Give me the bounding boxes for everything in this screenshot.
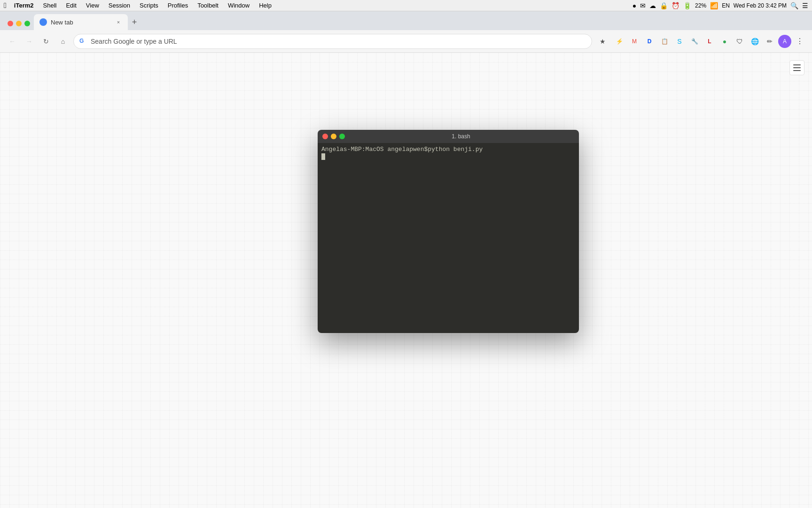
- reload-button[interactable]: ↻: [39, 35, 53, 48]
- language-icon[interactable]: EN: [722, 2, 730, 9]
- terminal-title: 1. bash: [348, 133, 574, 140]
- menubar-scripts[interactable]: Scripts: [136, 1, 162, 10]
- bookmark-button[interactable]: ★: [596, 35, 609, 48]
- profile-button[interactable]: A: [778, 35, 791, 48]
- extension-icon-6[interactable]: ✏: [763, 35, 776, 48]
- wifi-icon[interactable]: 📶: [710, 2, 718, 9]
- menubar-view[interactable]: View: [82, 1, 103, 10]
- menubar-session[interactable]: Session: [105, 1, 134, 10]
- back-button[interactable]: ←: [6, 35, 19, 48]
- google-icon: G: [79, 38, 87, 45]
- menubar-app-name[interactable]: iTerm2: [10, 1, 38, 10]
- extension-icon-1[interactable]: 📋: [658, 35, 671, 48]
- google-favicon-icon: [40, 19, 46, 25]
- extension-icon-4[interactable]: 🛡: [733, 35, 746, 48]
- control-center-icon[interactable]: ☰: [802, 2, 808, 9]
- extension-icon-3[interactable]: ●: [718, 35, 731, 48]
- toolbar-extensions: ⚡ M D 📋 S 🔧 L ● 🛡 🌐 ✏ A ⋮: [613, 35, 806, 48]
- dashlane-icon[interactable]: D: [643, 35, 656, 48]
- tab-favicon: [39, 18, 47, 26]
- terminal-command: python benji.py: [428, 146, 483, 153]
- terminal-titlebar: 1. bash: [318, 130, 579, 143]
- apple-menu[interactable]: : [4, 1, 7, 10]
- menubar-right: ● ✉ ☁ 🔒 ⏰ 🔋 22% 📶 EN Wed Feb 20 3:42 PM …: [632, 2, 808, 9]
- window-close-button[interactable]: [8, 21, 13, 26]
- menubar-shell[interactable]: Shell: [39, 1, 61, 10]
- terminal-cursor: [321, 153, 325, 160]
- terminal-window[interactable]: 1. bash Angelas-MBP:MacOS angelapwen$ py…: [318, 130, 579, 333]
- chrome-menu-button[interactable]: ⋮: [793, 35, 806, 48]
- menubar-help[interactable]: Help: [255, 1, 275, 10]
- amp-icon[interactable]: ⚡: [613, 35, 626, 48]
- clock-icon[interactable]: ⏰: [671, 2, 679, 9]
- hamburger-line-2: [793, 67, 801, 68]
- window-maximize-button[interactable]: [24, 21, 30, 26]
- address-input[interactable]: G Search Google or type a URL: [73, 34, 592, 49]
- tab-label: New tab: [51, 19, 111, 26]
- terminal-maximize-button[interactable]: [339, 134, 345, 139]
- terminal-prompt-line: Angelas-MBP:MacOS angelapwen$ python ben…: [321, 146, 575, 153]
- cloudup-icon[interactable]: ☁: [649, 2, 656, 9]
- vpn-icon[interactable]: 🔒: [660, 2, 668, 9]
- menubar-toolbelt[interactable]: Toolbelt: [194, 1, 222, 10]
- chrome-window: New tab × + ← → ↻ ⌂ G Search Google or t…: [0, 11, 812, 508]
- svg-point-0: [40, 19, 46, 25]
- hamburger-line-1: [793, 64, 801, 65]
- wechat-icon[interactable]: ✉: [640, 2, 646, 9]
- terminal-host: Angelas-MBP:MacOS angelapwen$: [321, 146, 428, 153]
- gmail-icon[interactable]: M: [628, 35, 641, 48]
- menubar:  iTerm2 Shell Edit View Session Scripts…: [0, 0, 812, 11]
- search-icon[interactable]: 🔍: [790, 2, 798, 9]
- siri-icon[interactable]: ●: [632, 2, 636, 9]
- address-bar: ← → ↻ ⌂ G Search Google or type a URL ★ …: [0, 30, 812, 53]
- new-tab-button[interactable]: +: [128, 16, 141, 29]
- hamburger-line-3: [793, 70, 801, 71]
- settings-menu-button[interactable]: [789, 60, 804, 75]
- address-text: Search Google or type a URL: [91, 38, 177, 45]
- browser-tab[interactable]: New tab ×: [34, 14, 128, 30]
- window-minimize-button[interactable]: [16, 21, 22, 26]
- menubar-edit[interactable]: Edit: [62, 1, 80, 10]
- terminal-cursor-line: [321, 153, 575, 160]
- window-controls: [4, 21, 34, 30]
- skype-icon[interactable]: S: [673, 35, 686, 48]
- main-content[interactable]: + Click here to start 1. bash Angelas-MB…: [0, 53, 812, 508]
- forward-button[interactable]: →: [23, 35, 36, 48]
- home-button[interactable]: ⌂: [56, 35, 70, 48]
- lastpass-icon[interactable]: L: [703, 35, 716, 48]
- tab-close-button[interactable]: ×: [115, 18, 122, 26]
- terminal-body[interactable]: Angelas-MBP:MacOS angelapwen$ python ben…: [318, 143, 579, 333]
- menubar-profiles[interactable]: Profiles: [164, 1, 192, 10]
- extension-icon-2[interactable]: 🔧: [688, 35, 701, 48]
- battery-level: 22%: [695, 2, 706, 9]
- datetime[interactable]: Wed Feb 20 3:42 PM: [734, 2, 787, 9]
- tab-bar: New tab × +: [0, 11, 812, 30]
- menubar-window[interactable]: Window: [224, 1, 253, 10]
- extension-icon-5[interactable]: 🌐: [748, 35, 761, 48]
- terminal-close-button[interactable]: [322, 134, 328, 139]
- battery-icon[interactable]: 🔋: [683, 2, 691, 9]
- terminal-minimize-button[interactable]: [331, 134, 336, 139]
